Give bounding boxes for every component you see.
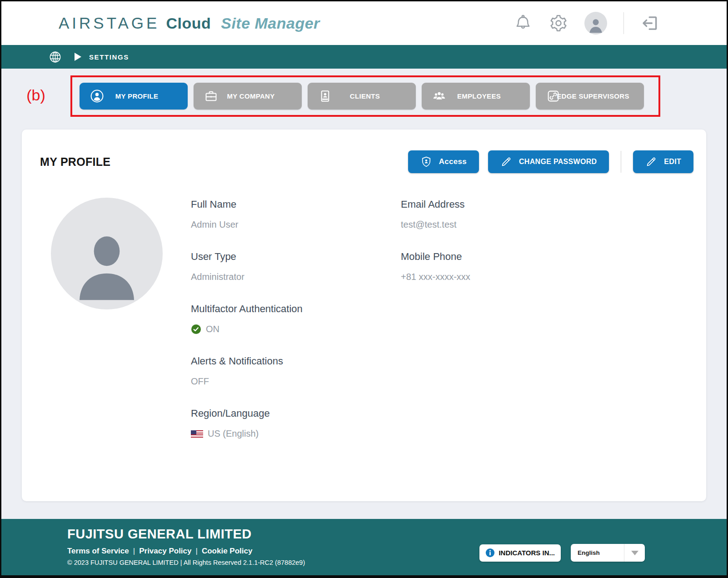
- users-group-icon: [432, 89, 446, 103]
- field-value: test@test.test: [401, 219, 693, 230]
- header-divider: [623, 12, 624, 34]
- breadcrumb: SETTINGS: [89, 53, 129, 61]
- page-title: MY PROFILE: [40, 155, 110, 169]
- field-label: Email Address: [401, 199, 693, 210]
- logo-product: Cloud: [166, 15, 211, 32]
- app-header: AIRSTAGE Cloud Site Manager: [1, 1, 727, 45]
- tab-annotation-row: (b) MY PROFILE: [1, 75, 727, 117]
- field-value: +81 xxx-xxxx-xxx: [401, 272, 693, 282]
- footer-controls: INDICATORS IN... English: [479, 544, 645, 562]
- id-badge-icon: [318, 89, 332, 103]
- my-profile-card: MY PROFILE Access: [22, 130, 706, 501]
- info-circle-icon: [485, 548, 495, 558]
- field-value: Administrator: [191, 272, 401, 282]
- access-button[interactable]: Access: [408, 150, 479, 173]
- terms-of-service-link[interactable]: Terms of Service: [67, 547, 129, 556]
- footer-company-name: FUJITSU GENERAL LIMITED: [67, 527, 727, 542]
- field-label: User Type: [191, 251, 401, 263]
- profile-body: Full Name Admin User User Type Administr…: [40, 198, 693, 460]
- tab-employees[interactable]: EMPLOYEES: [422, 83, 530, 110]
- link-separator: |: [133, 547, 135, 556]
- card-actions: Access CHANGE PASSWORD: [408, 150, 693, 173]
- briefcase-icon: [204, 89, 218, 103]
- avatar-column: [40, 198, 191, 460]
- pencil-icon: [645, 156, 657, 168]
- annotation-label-b: (b): [1, 75, 70, 117]
- privacy-policy-link[interactable]: Privacy Policy: [139, 547, 191, 556]
- change-password-button[interactable]: CHANGE PASSWORD: [488, 150, 609, 173]
- field-alerts-notifications: Alerts & Notifications OFF: [191, 355, 401, 387]
- indicators-info-button[interactable]: INDICATORS IN...: [479, 544, 561, 562]
- change-password-button-label: CHANGE PASSWORD: [519, 158, 597, 166]
- logo-brand: AIRSTAGE: [59, 14, 160, 32]
- tab-label: MY COMPANY: [214, 92, 302, 100]
- mfa-status: ON: [206, 324, 219, 334]
- field-label: Full Name: [191, 199, 401, 210]
- link-separator: |: [196, 547, 198, 556]
- field-label: Region/Language: [191, 408, 401, 419]
- tab-label: EDGE SUPERVISORS: [556, 92, 644, 100]
- chevron-down-icon: [631, 551, 638, 555]
- edit-button[interactable]: EDIT: [633, 150, 693, 173]
- profile-avatar-placeholder: [51, 198, 163, 309]
- tab-label: MY PROFILE: [100, 92, 188, 100]
- shield-person-icon: [420, 156, 432, 168]
- field-mobile-phone: Mobile Phone +81 xxx-xxxx-xxx: [401, 251, 693, 282]
- field-email-address: Email Address test@test.test: [401, 199, 693, 230]
- actions-divider: [621, 151, 621, 173]
- tab-clients[interactable]: CLIENTS: [308, 83, 416, 110]
- link-box-icon: [546, 89, 560, 103]
- fields-left-column: Full Name Admin User User Type Administr…: [191, 199, 401, 460]
- footer: FUJITSU GENERAL LIMITED Terms of Service…: [1, 519, 727, 575]
- cookie-policy-link[interactable]: Cookie Policy: [202, 547, 252, 556]
- bell-icon[interactable]: [514, 14, 533, 33]
- logo-suite: Site Manager: [221, 15, 320, 32]
- app-logo: AIRSTAGE Cloud Site Manager: [59, 14, 320, 32]
- logout-icon[interactable]: [640, 14, 659, 33]
- us-flag-icon: [191, 430, 203, 438]
- check-circle-icon: [191, 324, 201, 334]
- pencil-icon: [500, 156, 512, 168]
- user-avatar[interactable]: [584, 12, 607, 35]
- indicators-button-label: INDICATORS IN...: [499, 549, 555, 557]
- header-icons: [514, 12, 659, 35]
- region-language-value: US (English): [208, 429, 259, 439]
- tab-label: CLIENTS: [328, 92, 416, 100]
- field-label: Multifactor Authentication: [191, 303, 401, 315]
- field-label: Mobile Phone: [401, 251, 693, 263]
- language-select[interactable]: English: [571, 544, 645, 562]
- gear-icon[interactable]: [549, 14, 568, 33]
- field-user-type: User Type Administrator: [191, 251, 401, 282]
- edit-button-label: EDIT: [664, 158, 681, 166]
- field-multifactor-authentication: Multifactor Authentication ON: [191, 303, 401, 334]
- globe-icon[interactable]: [49, 50, 62, 64]
- access-button-label: Access: [439, 157, 467, 166]
- field-value: ON: [191, 324, 401, 334]
- annotation-red-box: MY PROFILE MY COMPANY: [70, 75, 660, 117]
- tab-edge-supervisors[interactable]: EDGE SUPERVISORS: [536, 83, 644, 110]
- person-circle-icon: [90, 89, 104, 103]
- dropdown-arrow-zone[interactable]: [624, 544, 645, 562]
- field-value: OFF: [191, 376, 401, 387]
- tab-my-profile[interactable]: MY PROFILE: [80, 83, 188, 110]
- tab-my-company[interactable]: MY COMPANY: [194, 83, 302, 110]
- breadcrumb-bar: SETTINGS: [1, 45, 727, 69]
- content-area: (b) MY PROFILE: [1, 69, 727, 575]
- field-region-language: Region/Language US (English): [191, 408, 401, 439]
- person-silhouette-icon: [61, 219, 152, 309]
- page: AIRSTAGE Cloud Site Manager: [0, 0, 728, 578]
- breadcrumb-arrow-icon: [75, 53, 81, 61]
- field-label: Alerts & Notifications: [191, 355, 401, 367]
- tab-label: EMPLOYEES: [442, 92, 530, 100]
- fields-right-column: Email Address test@test.test Mobile Phon…: [401, 199, 693, 460]
- field-full-name: Full Name Admin User: [191, 199, 401, 230]
- card-header: MY PROFILE Access: [40, 150, 693, 173]
- field-value: US (English): [191, 429, 401, 439]
- field-value: Admin User: [191, 219, 401, 230]
- language-selected-value: English: [571, 549, 624, 556]
- profile-fields: Full Name Admin User User Type Administr…: [191, 198, 693, 460]
